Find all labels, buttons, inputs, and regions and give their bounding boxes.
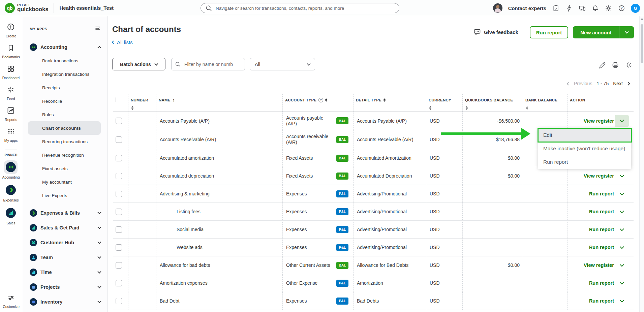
column-header-bank-balance[interactable]: BANK BALANCE: [523, 94, 567, 112]
sort-icon[interactable]: [466, 106, 468, 110]
global-search-input[interactable]: [215, 5, 395, 11]
row-checkbox[interactable]: [116, 118, 122, 124]
nav-section-inventory[interactable]: Inventory: [22, 294, 108, 309]
nav-item-recurring-transactions[interactable]: Recurring transactions: [22, 135, 108, 148]
new-account-dropdown[interactable]: [619, 26, 634, 38]
row-checkbox[interactable]: [116, 191, 122, 197]
row-action-link[interactable]: View register: [584, 173, 614, 179]
row-action-link[interactable]: Run report: [589, 245, 614, 250]
row-checkbox[interactable]: [116, 244, 122, 251]
help-icon[interactable]: ?: [618, 4, 625, 12]
column-header-currency[interactable]: CURRENCY: [426, 94, 462, 112]
next-page-label[interactable]: Next: [613, 81, 623, 86]
row-checkbox[interactable]: [116, 262, 122, 269]
edit-pencil-icon[interactable]: [598, 61, 606, 69]
rail-item-my-apps[interactable]: My apps: [2, 127, 20, 143]
contact-experts-link[interactable]: Contact experts: [508, 5, 546, 11]
row-action-link[interactable]: Run report: [589, 227, 614, 232]
tasks-icon[interactable]: [552, 4, 559, 12]
sort-icon[interactable]: [131, 106, 133, 110]
pinned-item-accounting[interactable]: Accounting: [2, 160, 20, 179]
settings-icon[interactable]: [605, 4, 612, 12]
column-header-quickbooks-balance[interactable]: QUICKBOOKS BALANCE: [462, 94, 523, 112]
row-action-dropdown[interactable]: [615, 277, 629, 289]
devices-icon[interactable]: [578, 4, 586, 12]
row-action-dropdown[interactable]: [615, 259, 629, 271]
column-header-number[interactable]: NUMBER: [128, 94, 156, 112]
sort-icon[interactable]: [325, 98, 327, 102]
new-account-button[interactable]: New account: [573, 26, 634, 38]
sort-icon[interactable]: [384, 98, 386, 102]
row-action-dropdown[interactable]: [615, 241, 629, 253]
column-header-name[interactable]: NAME↑: [156, 94, 282, 112]
scrollbar-thumb[interactable]: [641, 24, 643, 63]
row-action-dropdown[interactable]: [615, 206, 629, 218]
row-action-dropdown[interactable]: [615, 295, 629, 307]
rail-item-create[interactable]: Create: [2, 23, 20, 38]
nav-section-sales-tax[interactable]: Sales Tax: [22, 309, 108, 312]
row-action-link[interactable]: Run report: [589, 209, 614, 214]
filter-input[interactable]: [171, 58, 245, 70]
row-action-dropdown[interactable]: [615, 223, 629, 236]
collapse-menu-icon[interactable]: [95, 25, 101, 33]
menu-item-make-inactive-won-t-reduce-usage[interactable]: Make inactive (won't reduce usage): [538, 142, 631, 155]
select-all-checkbox[interactable]: [116, 97, 116, 102]
rail-item-feed[interactable]: Feed: [2, 86, 20, 101]
previous-page-icon[interactable]: [566, 82, 570, 85]
row-checkbox[interactable]: [116, 155, 122, 161]
notifications-icon[interactable]: [591, 4, 599, 12]
nav-item-receipts[interactable]: Receipts: [22, 81, 108, 94]
nav-item-chart-of-accounts[interactable]: Chart of accounts: [28, 121, 101, 135]
pinned-item-sales[interactable]: Sales: [2, 206, 20, 225]
print-icon[interactable]: [612, 61, 619, 69]
scroll-up-arrow[interactable]: [641, 18, 643, 20]
nav-item-live-experts[interactable]: Live Experts: [22, 189, 108, 202]
lightning-icon[interactable]: [565, 4, 573, 12]
batch-actions-button[interactable]: Batch actions: [112, 58, 165, 70]
row-checkbox[interactable]: [116, 173, 122, 179]
rail-item-dashboard[interactable]: Dashboard: [2, 65, 20, 80]
row-checkbox[interactable]: [116, 209, 122, 215]
row-action-dropdown[interactable]: [615, 115, 629, 127]
nav-item-bank-transactions[interactable]: Bank transactions: [22, 54, 108, 67]
customize-button[interactable]: Customize: [0, 294, 22, 309]
row-action-link[interactable]: View register: [584, 262, 614, 268]
row-checkbox[interactable]: [116, 226, 122, 233]
row-checkbox[interactable]: [116, 298, 122, 304]
nav-item-revenue-recognition[interactable]: Revenue recognition: [22, 148, 108, 162]
rail-item-reports[interactable]: Reports: [2, 106, 20, 122]
nav-item-integration-transactions[interactable]: Integration transactions: [22, 67, 108, 81]
row-action-dropdown[interactable]: [615, 170, 629, 182]
table-settings-gear-icon[interactable]: [625, 61, 633, 69]
global-search[interactable]: [201, 3, 399, 13]
row-action-link[interactable]: Run report: [589, 280, 614, 286]
page-scrollbar[interactable]: [639, 16, 644, 312]
nav-section-time[interactable]: Time: [22, 265, 108, 280]
menu-item-edit[interactable]: Edit: [538, 128, 631, 142]
row-action-link[interactable]: View register: [584, 118, 614, 124]
nav-item-fixed-assets[interactable]: Fixed assets: [22, 162, 108, 175]
column-header-account-type[interactable]: ACCOUNT TYPE?: [282, 94, 353, 112]
nav-section-customer-hub[interactable]: Customer Hub: [22, 235, 108, 250]
row-action-link[interactable]: Run report: [589, 298, 614, 304]
nav-section-sales-get-paid[interactable]: Sales & Get Paid: [22, 220, 108, 235]
nav-item-reconcile[interactable]: Reconcile: [22, 94, 108, 108]
sort-icon[interactable]: [526, 106, 528, 110]
help-icon[interactable]: ?: [318, 98, 323, 102]
quickbooks-logo[interactable]: qb INTUIT quickbooks: [0, 3, 48, 13]
type-filter-select[interactable]: All: [250, 58, 315, 70]
nav-item-my-accountant[interactable]: My accountant: [22, 175, 108, 189]
next-page-icon[interactable]: [627, 82, 630, 85]
pinned-item-expenses[interactable]: Expenses: [2, 183, 20, 202]
row-action-link[interactable]: Run report: [589, 191, 614, 196]
column-header-detail-type[interactable]: DETAIL TYPE: [353, 94, 426, 112]
previous-page-label[interactable]: Previous: [574, 81, 592, 86]
sort-icon[interactable]: [429, 106, 431, 110]
row-checkbox[interactable]: [116, 136, 122, 143]
nav-section-accounting[interactable]: Accounting: [22, 40, 108, 54]
row-checkbox[interactable]: [116, 280, 122, 286]
nav-section-team[interactable]: Team: [22, 250, 108, 265]
run-report-button[interactable]: Run report: [530, 26, 568, 38]
nav-section-projects[interactable]: Projects: [22, 280, 108, 294]
row-action-dropdown[interactable]: [615, 188, 629, 200]
